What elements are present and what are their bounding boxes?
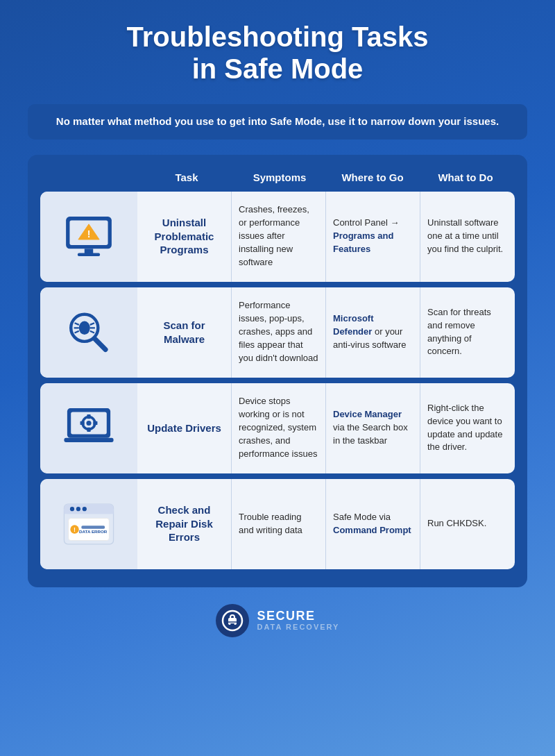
table-row: Update Drivers Device stops working or i… <box>40 383 515 473</box>
footer-logo <box>216 604 249 637</box>
row-icon-uninstall: ! <box>40 192 137 282</box>
col-what: What to Do <box>419 167 512 187</box>
svg-line-14 <box>95 339 105 349</box>
svg-rect-21 <box>80 421 85 424</box>
svg-point-7 <box>79 321 90 335</box>
row-task-disk: Check and Repair Disk Errors <box>137 479 232 569</box>
row-icon-disk: ! DATA ERROR <box>40 479 137 569</box>
row-what-uninstall: Uninstall software one at a time until y… <box>420 192 515 282</box>
row-where-disk: Safe Mode via Command Prompt <box>326 479 420 569</box>
footer-text: SECURE DATA RECOVERY <box>257 610 340 632</box>
svg-point-29 <box>83 507 87 511</box>
svg-rect-22 <box>93 421 97 424</box>
footer-brand: SECURE <box>257 610 340 623</box>
col-icon <box>43 167 140 187</box>
svg-text:!: ! <box>74 526 76 533</box>
row-symptoms-uninstall: Crashes, freezes, or performance issues … <box>232 192 326 282</box>
svg-rect-20 <box>87 427 90 431</box>
col-task: Task <box>140 167 233 187</box>
svg-rect-4 <box>85 249 93 253</box>
col-where: Where to Go <box>326 167 419 187</box>
row-what-malware: Scan for threats and remove anything of … <box>420 287 515 378</box>
row-where-malware: Microsoft Defender or your anti-virus so… <box>326 287 420 378</box>
table-header: Task Symptoms Where to Go What to Do <box>40 167 515 187</box>
row-symptoms-drivers: Device stops working or is not recognize… <box>232 383 326 473</box>
svg-rect-19 <box>87 414 90 419</box>
col-symptoms: Symptoms <box>233 167 326 187</box>
row-task-uninstall: Uninstall Problematic Programs <box>137 192 232 282</box>
table-row: ! DATA ERROR Check and Repair Disk Error… <box>40 479 515 569</box>
svg-rect-5 <box>78 253 100 255</box>
row-icon-malware <box>40 287 137 378</box>
row-where-drivers: Device Manager via the Search box in the… <box>326 383 420 473</box>
svg-text:DATA ERROR: DATA ERROR <box>79 528 108 533</box>
page-title: Troubleshooting Tasks in Safe Mode <box>127 21 429 85</box>
svg-rect-39 <box>230 623 234 625</box>
svg-point-18 <box>86 420 91 425</box>
row-task-drivers: Update Drivers <box>137 383 232 473</box>
svg-rect-33 <box>81 526 105 528</box>
svg-rect-23 <box>64 437 113 442</box>
svg-text:!: ! <box>87 228 91 240</box>
row-symptoms-malware: Performance issues, pop-ups, crashes, ap… <box>232 287 326 378</box>
row-what-disk: Run CHKDSK. <box>420 479 515 569</box>
footer-sub: DATA RECOVERY <box>257 623 340 631</box>
row-symptoms-disk: Trouble reading and writing data <box>232 479 326 569</box>
row-task-malware: Scan for Malware <box>137 287 232 378</box>
row-icon-drivers <box>40 383 137 473</box>
row-where-uninstall: Control Panel → Programs and Features <box>326 192 420 282</box>
svg-rect-37 <box>230 615 234 619</box>
svg-point-27 <box>70 507 74 511</box>
svg-point-28 <box>76 507 80 511</box>
table-row: Scan for Malware Performance issues, pop… <box>40 287 515 378</box>
info-banner: No matter what method you use to get int… <box>28 104 527 140</box>
footer: SECURE DATA RECOVERY <box>216 604 340 637</box>
row-what-drivers: Right-click the device you want to updat… <box>420 383 515 473</box>
main-table: Task Symptoms Where to Go What to Do ! <box>28 155 527 587</box>
table-row: ! Uninstall Problematic Programs Crashes… <box>40 192 515 282</box>
